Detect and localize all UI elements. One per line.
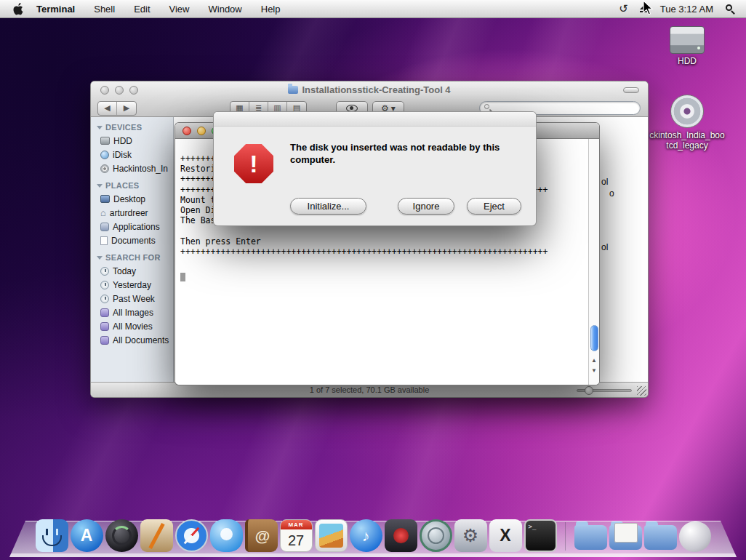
clock-icon — [100, 267, 109, 276]
dvd-label-line2: tcd_legacy — [647, 140, 727, 151]
scroll-up-arrow[interactable]: ▲ — [589, 356, 599, 365]
menu-shell[interactable]: Shell — [94, 4, 115, 15]
dialog-message: The disk you inserted was not readable b… — [290, 141, 512, 166]
close-button[interactable] — [183, 127, 191, 135]
time-machine-menu-icon[interactable]: ↺ — [619, 2, 628, 15]
status-text: 1 of 7 selected, 70.1 GB available — [91, 385, 648, 394]
clock-icon — [100, 281, 109, 289]
smart-folder-icon — [100, 336, 109, 345]
dvd-label-line1: ckintosh_India_boo — [647, 130, 727, 140]
filename-fragment: o — [609, 188, 614, 199]
apple-menu-icon[interactable] — [13, 3, 24, 15]
dock: A @ MAR 27 ♪ ⚙ X >_ — [9, 511, 737, 557]
dock-applications-folder-icon[interactable] — [574, 525, 607, 550]
sidebar-item-today[interactable]: Today — [91, 264, 173, 278]
dock-time-machine-icon[interactable] — [420, 519, 452, 552]
sidebar-item-all-documents[interactable]: All Documents — [91, 333, 173, 347]
menu-help[interactable]: Help — [261, 4, 281, 15]
menu-view[interactable]: View — [169, 4, 190, 15]
dock-safari-icon[interactable] — [175, 519, 208, 552]
dock-iphoto-icon[interactable] — [315, 519, 348, 552]
calendar-day: 27 — [281, 529, 312, 551]
idisk-icon — [100, 151, 109, 159]
hdd-icon — [100, 137, 110, 145]
scroll-down-arrow[interactable]: ▼ — [589, 366, 599, 375]
menu-edit[interactable]: Edit — [134, 4, 150, 15]
eject-button[interactable]: Eject — [467, 198, 521, 215]
eject-menu-icon[interactable] — [640, 5, 649, 13]
dock-system-preferences-icon[interactable]: ⚙ — [454, 519, 487, 552]
menu-clock[interactable]: Tue 3:12 AM — [660, 4, 713, 15]
sidebar-item-applications[interactable]: Applications — [91, 220, 173, 233]
zoom-slider[interactable] — [577, 389, 632, 392]
sidebar-item-documents[interactable]: Documents — [91, 233, 173, 247]
dialog-titlebar[interactable] — [214, 112, 536, 127]
sidebar-item-idisk[interactable]: iDisk — [91, 148, 173, 161]
clock-icon — [100, 295, 109, 303]
places-header: PLACES — [105, 181, 139, 190]
disclosure-triangle-icon[interactable] — [97, 126, 103, 129]
back-button[interactable]: ◀ — [98, 102, 117, 115]
search-for-header: SEARCH FOR — [105, 253, 161, 262]
hdd-drive-icon — [670, 26, 705, 54]
filename-fragment: ol — [601, 177, 608, 187]
sidebar-item-hdd[interactable]: HDD — [91, 134, 173, 148]
terminal-cursor — [180, 273, 185, 281]
toolbar-toggle-pill[interactable] — [623, 87, 639, 93]
disclosure-triangle-icon[interactable] — [97, 256, 103, 260]
finder-window-title: Installationsstick-Creating-Tool 4 — [302, 84, 450, 95]
menu-app-name[interactable]: Terminal — [36, 4, 75, 15]
menu-bar: Terminal Shell Edit View Window Help ↺ T… — [0, 0, 746, 18]
document-icon — [100, 236, 108, 245]
dock-ical-icon[interactable]: MAR 27 — [280, 519, 313, 552]
dock-finder-icon[interactable] — [36, 519, 68, 552]
disk-alert-dialog: ! The disk you inserted was not readable… — [213, 111, 537, 226]
dock-downloads-folder-icon[interactable] — [644, 525, 677, 550]
warning-stop-icon: ! — [234, 144, 273, 183]
forward-button[interactable]: ▶ — [117, 102, 136, 115]
dock-app-store-icon[interactable]: A — [71, 519, 103, 552]
sidebar-item-desktop[interactable]: Desktop — [91, 192, 173, 206]
dock-installer-icon[interactable] — [140, 519, 173, 552]
dock-dvd-player-icon[interactable] — [385, 519, 417, 552]
sidebar-item-hackintosh[interactable]: Hackintosh_In — [91, 161, 173, 175]
scrollbar-thumb[interactable] — [590, 325, 598, 351]
sidebar-item-home[interactable]: ⌂arturdreer — [91, 206, 173, 220]
dock-address-book-icon[interactable]: @ — [245, 519, 278, 552]
dvd-disc-icon — [670, 95, 704, 128]
menu-window[interactable]: Window — [209, 4, 242, 15]
zoom-slider-knob[interactable] — [585, 386, 593, 395]
terminal-line — [180, 225, 588, 236]
desktop-icon-hdd[interactable]: HDD — [647, 26, 727, 66]
dock-ichat-icon[interactable] — [210, 519, 243, 552]
terminal-scrollbar[interactable]: ▲ ▼ — [588, 139, 599, 385]
smart-folder-icon — [100, 308, 109, 317]
dock-separator — [559, 519, 572, 552]
dock-dashboard-icon[interactable] — [105, 519, 138, 552]
dock-documents-folder-icon[interactable] — [609, 525, 642, 550]
dock-x11-icon[interactable]: X — [489, 519, 522, 552]
home-icon: ⌂ — [100, 209, 106, 217]
sidebar-item-all-movies[interactable]: All Movies — [91, 319, 173, 333]
dock-trash-icon[interactable] — [679, 521, 711, 552]
filename-fragment: ol — [601, 242, 608, 252]
initialize-button[interactable]: Initialize... — [290, 198, 366, 215]
desktop-icon-dvd[interactable]: ckintosh_India_boo tcd_legacy — [647, 95, 727, 151]
minimize-button[interactable] — [197, 127, 206, 135]
terminal-line: Then press Enter — [180, 236, 588, 247]
spotlight-icon[interactable] — [725, 4, 736, 15]
resize-grip[interactable] — [637, 386, 646, 396]
devices-header: DEVICES — [105, 123, 142, 132]
finder-sidebar: DEVICES HDD iDisk Hackintosh_In PLACES D… — [91, 117, 174, 382]
dock-itunes-icon[interactable]: ♪ — [350, 519, 382, 552]
smart-folder-icon — [100, 322, 109, 331]
sidebar-item-past-week[interactable]: Past Week — [91, 292, 173, 305]
disc-icon — [100, 164, 109, 173]
terminal-line: ++++++++++++++++++++++++++++++++++++++++… — [180, 247, 588, 257]
sidebar-item-yesterday[interactable]: Yesterday — [91, 278, 173, 292]
folder-icon — [288, 86, 298, 94]
ignore-button[interactable]: Ignore — [398, 198, 454, 215]
sidebar-item-all-images[interactable]: All Images — [91, 305, 173, 319]
dock-terminal-icon[interactable]: >_ — [524, 519, 557, 552]
disclosure-triangle-icon[interactable] — [97, 184, 103, 188]
